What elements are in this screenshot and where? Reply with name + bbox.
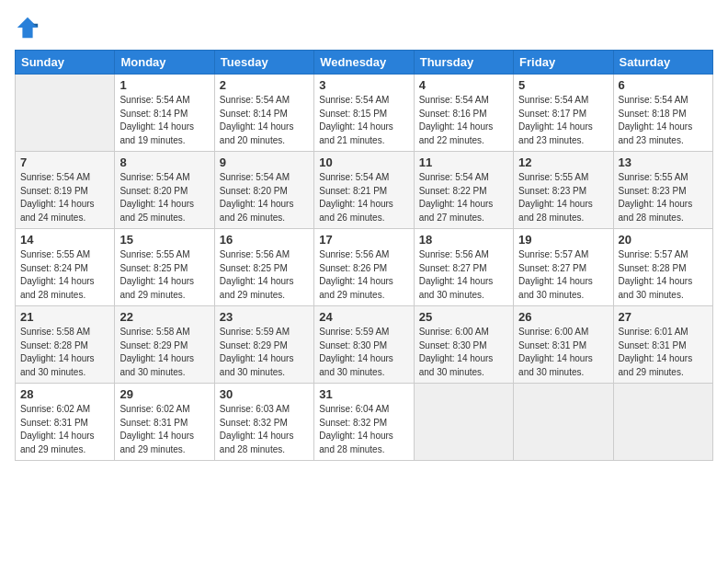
col-header-thursday: Thursday xyxy=(414,51,513,75)
day-number: 13 xyxy=(619,155,708,169)
day-info: Sunrise: 5:54 AM Sunset: 8:14 PM Dayligh… xyxy=(220,94,309,147)
day-info: Sunrise: 5:54 AM Sunset: 8:21 PM Dayligh… xyxy=(319,171,408,224)
day-cell: 10Sunrise: 5:54 AM Sunset: 8:21 PM Dayli… xyxy=(314,152,414,229)
day-info: Sunrise: 5:54 AM Sunset: 8:19 PM Dayligh… xyxy=(20,171,109,224)
day-cell: 16Sunrise: 5:56 AM Sunset: 8:25 PM Dayli… xyxy=(214,229,313,306)
day-number: 14 xyxy=(20,233,109,247)
col-header-saturday: Saturday xyxy=(613,51,712,75)
day-number: 25 xyxy=(419,310,508,324)
col-header-tuesday: Tuesday xyxy=(214,51,313,75)
day-info: Sunrise: 6:01 AM Sunset: 8:31 PM Dayligh… xyxy=(619,326,708,379)
day-cell: 11Sunrise: 5:54 AM Sunset: 8:22 PM Dayli… xyxy=(414,152,513,229)
day-cell: 14Sunrise: 5:55 AM Sunset: 8:24 PM Dayli… xyxy=(16,229,115,306)
day-number: 28 xyxy=(20,387,109,401)
day-cell: 8Sunrise: 5:54 AM Sunset: 8:20 PM Daylig… xyxy=(115,152,214,229)
day-info: Sunrise: 5:55 AM Sunset: 8:25 PM Dayligh… xyxy=(119,248,209,302)
day-number: 4 xyxy=(419,78,508,92)
day-number: 31 xyxy=(319,387,408,401)
day-number: 11 xyxy=(419,155,508,169)
day-cell xyxy=(16,75,115,152)
day-cell: 25Sunrise: 6:00 AM Sunset: 8:30 PM Dayli… xyxy=(414,306,513,384)
day-cell: 21Sunrise: 5:58 AM Sunset: 8:28 PM Dayli… xyxy=(16,306,115,384)
day-info: Sunrise: 5:55 AM Sunset: 8:23 PM Dayligh… xyxy=(518,171,608,224)
day-info: Sunrise: 5:54 AM Sunset: 8:22 PM Dayligh… xyxy=(419,171,508,224)
day-number: 26 xyxy=(518,310,608,324)
day-number: 29 xyxy=(119,387,209,401)
day-info: Sunrise: 6:02 AM Sunset: 8:31 PM Dayligh… xyxy=(119,403,209,456)
week-row-2: 7Sunrise: 5:54 AM Sunset: 8:19 PM Daylig… xyxy=(16,152,713,229)
day-number: 22 xyxy=(119,310,209,324)
day-cell xyxy=(414,384,513,461)
day-cell: 23Sunrise: 5:59 AM Sunset: 8:29 PM Dayli… xyxy=(214,306,313,384)
day-cell xyxy=(514,384,613,461)
day-info: Sunrise: 5:55 AM Sunset: 8:23 PM Dayligh… xyxy=(619,171,708,224)
day-info: Sunrise: 6:02 AM Sunset: 8:31 PM Dayligh… xyxy=(20,403,109,456)
day-info: Sunrise: 6:04 AM Sunset: 8:32 PM Dayligh… xyxy=(319,403,408,456)
day-cell: 1Sunrise: 5:54 AM Sunset: 8:14 PM Daylig… xyxy=(115,75,214,152)
col-header-sunday: Sunday xyxy=(16,51,115,75)
day-cell: 31Sunrise: 6:04 AM Sunset: 8:32 PM Dayli… xyxy=(314,384,414,461)
day-cell: 18Sunrise: 5:56 AM Sunset: 8:27 PM Dayli… xyxy=(414,229,513,306)
svg-marker-0 xyxy=(17,17,38,38)
day-cell: 7Sunrise: 5:54 AM Sunset: 8:19 PM Daylig… xyxy=(16,152,115,229)
day-number: 23 xyxy=(220,310,309,324)
day-cell: 22Sunrise: 5:58 AM Sunset: 8:29 PM Dayli… xyxy=(115,306,214,384)
day-cell: 29Sunrise: 6:02 AM Sunset: 8:31 PM Dayli… xyxy=(115,384,214,461)
day-number: 18 xyxy=(419,233,508,247)
day-info: Sunrise: 5:58 AM Sunset: 8:29 PM Dayligh… xyxy=(119,326,209,379)
week-row-5: 28Sunrise: 6:02 AM Sunset: 8:31 PM Dayli… xyxy=(16,384,713,461)
day-number: 20 xyxy=(619,233,708,247)
day-info: Sunrise: 5:54 AM Sunset: 8:20 PM Dayligh… xyxy=(119,171,209,224)
day-info: Sunrise: 5:59 AM Sunset: 8:29 PM Dayligh… xyxy=(220,326,309,379)
day-number: 16 xyxy=(220,233,309,247)
header-row: SundayMondayTuesdayWednesdayThursdayFrid… xyxy=(16,51,713,75)
day-info: Sunrise: 5:54 AM Sunset: 8:17 PM Dayligh… xyxy=(518,94,608,147)
day-cell: 5Sunrise: 5:54 AM Sunset: 8:17 PM Daylig… xyxy=(514,75,613,152)
day-info: Sunrise: 6:00 AM Sunset: 8:30 PM Dayligh… xyxy=(419,326,508,379)
day-number: 12 xyxy=(518,155,608,169)
page-header xyxy=(15,15,713,40)
day-number: 27 xyxy=(619,310,708,324)
day-info: Sunrise: 5:57 AM Sunset: 8:27 PM Dayligh… xyxy=(518,248,608,302)
day-cell: 27Sunrise: 6:01 AM Sunset: 8:31 PM Dayli… xyxy=(613,306,712,384)
day-number: 21 xyxy=(20,310,109,324)
day-number: 24 xyxy=(319,310,408,324)
day-number: 10 xyxy=(319,155,408,169)
calendar-table: SundayMondayTuesdayWednesdayThursdayFrid… xyxy=(15,50,713,461)
day-info: Sunrise: 5:54 AM Sunset: 8:16 PM Dayligh… xyxy=(419,94,508,147)
day-number: 2 xyxy=(220,78,309,92)
week-row-4: 21Sunrise: 5:58 AM Sunset: 8:28 PM Dayli… xyxy=(16,306,713,384)
day-info: Sunrise: 5:54 AM Sunset: 8:18 PM Dayligh… xyxy=(619,94,708,147)
day-info: Sunrise: 5:54 AM Sunset: 8:14 PM Dayligh… xyxy=(119,94,209,147)
day-number: 17 xyxy=(319,233,408,247)
day-number: 5 xyxy=(518,78,608,92)
day-info: Sunrise: 5:57 AM Sunset: 8:28 PM Dayligh… xyxy=(619,248,708,302)
col-header-friday: Friday xyxy=(514,51,613,75)
week-row-1: 1Sunrise: 5:54 AM Sunset: 8:14 PM Daylig… xyxy=(16,75,713,152)
day-info: Sunrise: 5:54 AM Sunset: 8:15 PM Dayligh… xyxy=(319,94,408,147)
day-info: Sunrise: 5:56 AM Sunset: 8:25 PM Dayligh… xyxy=(220,248,309,302)
day-info: Sunrise: 5:55 AM Sunset: 8:24 PM Dayligh… xyxy=(20,248,109,302)
day-number: 30 xyxy=(220,387,309,401)
day-info: Sunrise: 6:00 AM Sunset: 8:31 PM Dayligh… xyxy=(518,326,608,379)
col-header-monday: Monday xyxy=(115,51,214,75)
day-number: 19 xyxy=(518,233,608,247)
week-row-3: 14Sunrise: 5:55 AM Sunset: 8:24 PM Dayli… xyxy=(16,229,713,306)
day-cell: 9Sunrise: 5:54 AM Sunset: 8:20 PM Daylig… xyxy=(214,152,313,229)
day-cell: 17Sunrise: 5:56 AM Sunset: 8:26 PM Dayli… xyxy=(314,229,414,306)
day-number: 3 xyxy=(319,78,408,92)
day-cell: 15Sunrise: 5:55 AM Sunset: 8:25 PM Dayli… xyxy=(115,229,214,306)
day-cell: 4Sunrise: 5:54 AM Sunset: 8:16 PM Daylig… xyxy=(414,75,513,152)
col-header-wednesday: Wednesday xyxy=(314,51,414,75)
day-cell: 12Sunrise: 5:55 AM Sunset: 8:23 PM Dayli… xyxy=(514,152,613,229)
day-cell: 30Sunrise: 6:03 AM Sunset: 8:32 PM Dayli… xyxy=(214,384,313,461)
day-cell xyxy=(613,384,712,461)
day-cell: 20Sunrise: 5:57 AM Sunset: 8:28 PM Dayli… xyxy=(613,229,712,306)
logo xyxy=(15,15,44,40)
day-number: 1 xyxy=(119,78,209,92)
day-cell: 26Sunrise: 6:00 AM Sunset: 8:31 PM Dayli… xyxy=(514,306,613,384)
day-info: Sunrise: 5:58 AM Sunset: 8:28 PM Dayligh… xyxy=(20,326,109,379)
day-cell: 2Sunrise: 5:54 AM Sunset: 8:14 PM Daylig… xyxy=(214,75,313,152)
day-number: 6 xyxy=(619,78,708,92)
day-cell: 3Sunrise: 5:54 AM Sunset: 8:15 PM Daylig… xyxy=(314,75,414,152)
